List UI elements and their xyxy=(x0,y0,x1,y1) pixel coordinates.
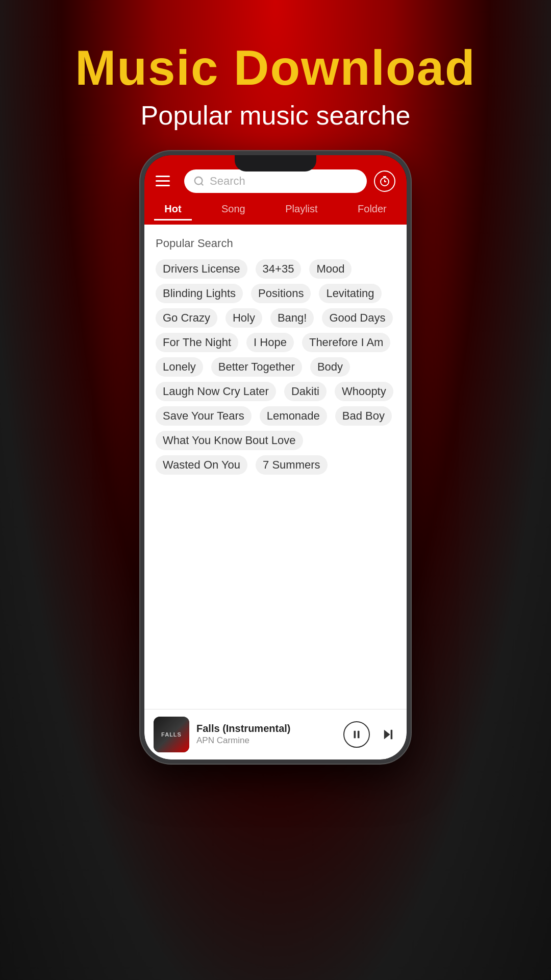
search-tag[interactable]: Go Crazy xyxy=(156,308,217,328)
tags-container: Drivers License34+35MoodBlinding LightsP… xyxy=(156,259,395,475)
pause-icon xyxy=(351,729,362,740)
popular-search-title: Popular Search xyxy=(156,237,395,250)
svg-rect-5 xyxy=(354,730,356,738)
search-tag[interactable]: Positions xyxy=(251,284,311,303)
search-tag[interactable]: Laugh Now Cry Later xyxy=(156,382,276,401)
player-bar: FALLS Falls (Instrumental) APN Carmine xyxy=(144,709,407,760)
svg-rect-8 xyxy=(391,729,393,739)
page-title: Music Download xyxy=(75,41,475,95)
search-tag[interactable]: Drivers License xyxy=(156,259,247,279)
search-tag[interactable]: Mood xyxy=(309,259,352,279)
main-content: Popular Search Drivers License34+35MoodB… xyxy=(144,225,407,709)
tab-playlist[interactable]: Playlist xyxy=(275,199,328,220)
search-tag[interactable]: I Hope xyxy=(246,333,294,352)
svg-line-1 xyxy=(201,183,203,185)
player-info: Falls (Instrumental) APN Carmine xyxy=(196,723,336,746)
search-tag[interactable]: 7 Summers xyxy=(256,455,327,475)
tab-song[interactable]: Song xyxy=(211,199,256,220)
search-tag[interactable]: Whoopty xyxy=(335,382,393,401)
search-tag[interactable]: Lemonade xyxy=(260,406,327,426)
search-tag[interactable]: Holy xyxy=(226,308,262,328)
search-icon xyxy=(193,176,205,187)
now-playing-title: Falls (Instrumental) xyxy=(196,723,336,734)
player-controls xyxy=(343,721,397,748)
play-pause-button[interactable] xyxy=(343,721,370,748)
now-playing-artist: APN Carmine xyxy=(196,736,336,746)
page-subtitle: Popular music searche xyxy=(75,100,475,131)
next-button[interactable] xyxy=(379,725,397,744)
search-tag[interactable]: Save Your Tears xyxy=(156,406,252,426)
search-tag[interactable]: Good Days xyxy=(322,308,392,328)
timer-icon xyxy=(379,175,391,187)
svg-marker-7 xyxy=(384,729,390,739)
search-tag[interactable]: Bang! xyxy=(270,308,314,328)
search-tag[interactable]: Bad Boy xyxy=(335,406,392,426)
album-art-text: FALLS xyxy=(161,731,182,738)
svg-rect-6 xyxy=(358,730,360,738)
search-tag[interactable]: What You Know Bout Love xyxy=(156,431,303,450)
search-tag[interactable]: Therefore I Am xyxy=(302,333,391,352)
search-tag[interactable]: Levitating xyxy=(319,284,381,303)
app-content: Search Hot Song Playlist Folder Popular … xyxy=(144,155,407,760)
search-placeholder: Search xyxy=(210,175,358,188)
search-tag[interactable]: 34+35 xyxy=(256,259,302,279)
phone-notch xyxy=(235,155,316,172)
search-tag[interactable]: Dakiti xyxy=(284,382,327,401)
tab-hot[interactable]: Hot xyxy=(154,199,191,220)
search-bar[interactable]: Search xyxy=(184,169,367,193)
search-tag[interactable]: Better Together xyxy=(211,357,302,377)
page-header: Music Download Popular music searche xyxy=(75,41,475,131)
menu-button[interactable] xyxy=(156,170,177,192)
search-tag[interactable]: Body xyxy=(310,357,350,377)
search-tag[interactable]: Lonely xyxy=(156,357,203,377)
svg-point-0 xyxy=(195,177,203,184)
next-icon xyxy=(381,727,395,742)
tab-bar: Hot Song Playlist Folder xyxy=(144,199,407,225)
tab-folder[interactable]: Folder xyxy=(347,199,397,220)
search-tag[interactable]: Wasted On You xyxy=(156,455,247,475)
album-art: FALLS xyxy=(154,717,189,752)
search-tag[interactable]: For The Night xyxy=(156,333,238,352)
timer-button[interactable] xyxy=(374,170,395,192)
search-tag[interactable]: Blinding Lights xyxy=(156,284,243,303)
phone-frame: Search Hot Song Playlist Folder Popular … xyxy=(140,151,411,764)
